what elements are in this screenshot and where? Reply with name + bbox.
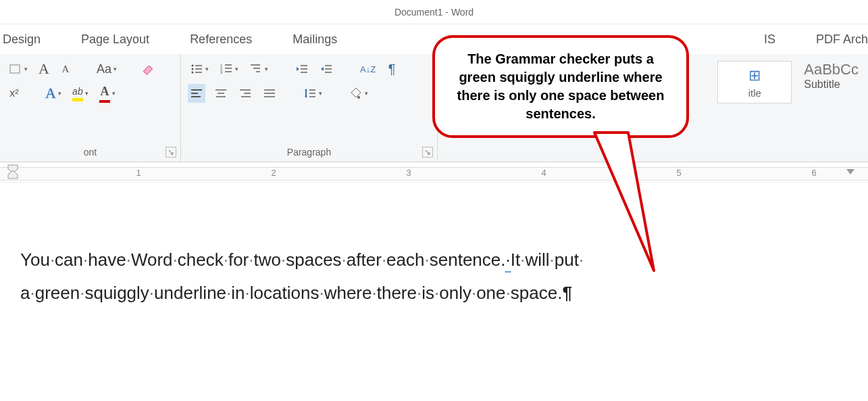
font-dialog-launcher[interactable]: ↘ [165, 147, 176, 158]
decrease-indent-button[interactable] [293, 60, 311, 78]
line-spacing-button[interactable] [301, 84, 324, 103]
highlight-button[interactable]: ab [70, 84, 91, 103]
svg-rect-14 [253, 68, 260, 69]
svg-rect-30 [241, 96, 251, 97]
svg-rect-10 [225, 68, 232, 69]
ruler-track [0, 167, 868, 181]
group-label-font: ont [0, 147, 180, 158]
callout-bubble: The Grammar checker puts a green squiggl… [432, 35, 689, 138]
svg-rect-35 [309, 89, 315, 91]
paragraph-text: You·can·have·Word·check·for·two·spaces·a… [20, 243, 848, 310]
style-tile-label: itle [748, 87, 761, 99]
grow-font-button[interactable]: A [36, 60, 51, 78]
horizontal-ruler[interactable]: 1 2 3 4 5 6 [0, 162, 868, 183]
callout-text: The Grammar checker puts a green squiggl… [457, 51, 665, 121]
font-size-icon [9, 62, 22, 76]
paragraph-dialog-launcher[interactable]: ↘ [422, 147, 433, 158]
ruler-mark-2: 2 [271, 168, 276, 178]
text-effects-button[interactable]: A [43, 84, 63, 103]
svg-rect-24 [191, 96, 201, 97]
svg-rect-6 [195, 72, 202, 73]
svg-rect-25 [215, 89, 226, 91]
ruler-mark-1: 1 [136, 168, 141, 178]
justify-icon [263, 87, 276, 100]
svg-rect-0 [10, 65, 20, 73]
align-right-icon [238, 87, 252, 100]
increase-indent-button[interactable] [317, 60, 335, 78]
tab-page-layout[interactable]: Page Layout [81, 32, 149, 47]
svg-rect-28 [240, 89, 251, 91]
numbering-icon: 1 2 3 [220, 62, 233, 76]
change-case-button[interactable]: Aa [95, 60, 119, 78]
title-bar: Document1 - Word [0, 0, 868, 24]
indent-marker[interactable] [7, 164, 19, 182]
style-subtitle-preview: AaBbCc [804, 61, 859, 78]
ruler-mark-3: 3 [406, 168, 411, 178]
multilevel-list-button[interactable] [247, 60, 270, 78]
svg-point-1 [192, 65, 194, 67]
svg-rect-23 [191, 93, 198, 94]
callout-pointer [588, 130, 696, 279]
svg-rect-37 [309, 96, 315, 97]
shading-icon [349, 87, 363, 100]
show-hide-marks-button[interactable]: ¶ [384, 60, 399, 78]
style-tile-subtitle[interactable]: AaBbCc Subtitle [804, 61, 859, 91]
align-center-button[interactable] [212, 84, 230, 103]
tab-references[interactable]: References [190, 32, 252, 47]
ruler-mark-6: 6 [811, 168, 816, 178]
bullets-button[interactable] [188, 60, 211, 78]
bullets-icon [190, 62, 203, 76]
svg-rect-12 [225, 71, 232, 72]
tab-design[interactable]: Design [3, 32, 41, 47]
svg-point-3 [192, 68, 194, 70]
sort-button[interactable]: A↓Z [358, 60, 378, 78]
style-preview-icon: ⊞ [748, 67, 761, 85]
svg-rect-8 [225, 64, 232, 66]
highlight-icon: ab [72, 86, 83, 97]
tab-review-fragment[interactable]: IS [764, 32, 775, 47]
indent-icon [320, 62, 333, 76]
highlight-color-swatch [72, 98, 83, 101]
style-subtitle-label: Subtitle [804, 78, 840, 91]
line-spacing-icon [303, 87, 317, 100]
document-body[interactable]: You·can·have·Word·check·for·two·spaces·a… [0, 183, 868, 331]
svg-rect-32 [264, 93, 275, 94]
svg-rect-26 [218, 93, 224, 94]
group-font: A A Aa x² A ab [0, 54, 181, 162]
group-label-paragraph: Paragraph [181, 147, 437, 158]
ruler-mark-4: 4 [541, 168, 546, 178]
group-styles: ⊞ itle AaBbCc Subtitle [708, 54, 868, 162]
svg-rect-13 [251, 64, 260, 66]
svg-rect-29 [244, 93, 251, 94]
svg-point-5 [192, 72, 194, 74]
svg-rect-16 [301, 65, 307, 66]
numbering-button[interactable]: 1 2 3 [218, 60, 240, 78]
svg-rect-36 [309, 93, 315, 94]
font-color-swatch [99, 100, 110, 103]
svg-rect-17 [301, 68, 307, 70]
font-color-button[interactable]: A [97, 84, 118, 103]
text-effects-icon: A [45, 85, 56, 102]
outdent-icon [295, 62, 309, 76]
font-size-dropdown[interactable] [7, 60, 30, 78]
group-paragraph: 1 2 3 [181, 54, 438, 162]
svg-rect-20 [325, 68, 332, 70]
clear-formatting-button[interactable] [139, 60, 157, 78]
right-margin-marker[interactable] [846, 169, 854, 174]
align-left-button[interactable] [188, 84, 205, 103]
align-right-button[interactable] [236, 84, 254, 103]
align-center-icon [214, 87, 228, 100]
svg-rect-2 [195, 65, 202, 66]
tab-mailings[interactable]: Mailings [292, 32, 337, 47]
annotation-callout: The Grammar checker puts a green squiggl… [432, 35, 689, 138]
eraser-icon [141, 62, 155, 76]
style-tile-title[interactable]: ⊞ itle [717, 61, 792, 103]
window-title: Document1 - Word [394, 7, 474, 18]
justify-button[interactable] [261, 84, 278, 103]
svg-rect-18 [301, 72, 307, 73]
superscript-button[interactable]: x² [7, 84, 22, 103]
shrink-font-button[interactable]: A [58, 60, 73, 78]
shading-button[interactable] [347, 84, 370, 103]
pilcrow-icon: ¶ [562, 283, 571, 303]
tab-pdf[interactable]: PDF Arch [816, 32, 868, 47]
